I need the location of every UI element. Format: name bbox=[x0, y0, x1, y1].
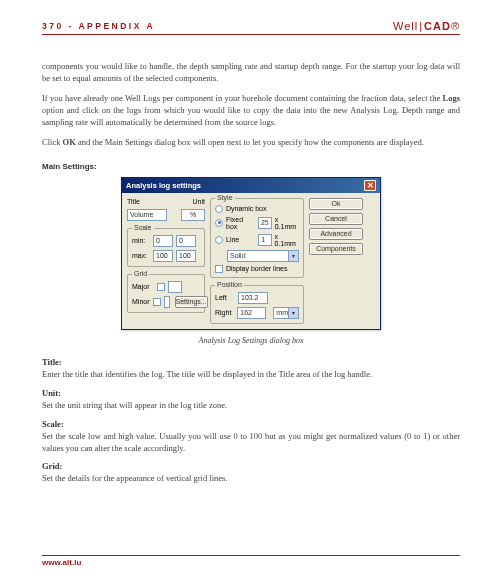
line-radio[interactable] bbox=[215, 236, 223, 244]
paragraph-3: Click OK and the Main Settings dialog bo… bbox=[42, 136, 460, 148]
display-border-checkbox[interactable] bbox=[215, 265, 223, 273]
line-input[interactable]: 1 bbox=[258, 234, 271, 246]
position-group: Position Left 103.2 Right 162 mm▾ bbox=[210, 285, 304, 324]
def-grid-body: Set the details for the appearance of ve… bbox=[42, 473, 460, 485]
unit-input[interactable]: % bbox=[181, 209, 205, 221]
fixed-radio[interactable] bbox=[215, 219, 223, 227]
def-grid-heading: Grid: bbox=[42, 461, 460, 471]
line-style-dropdown[interactable]: Solid▾ bbox=[227, 250, 299, 262]
style-group: Style Dynamic box Fixed box 25 x 0.1mm L… bbox=[210, 198, 304, 278]
max-input-1[interactable]: 100 bbox=[153, 250, 173, 262]
settings-button[interactable]: Settings... bbox=[175, 296, 208, 308]
dialog-container: Analysis log settings ✕ Title Unit Volum… bbox=[42, 177, 460, 330]
minor-input[interactable] bbox=[164, 296, 170, 308]
dialog-title: Analysis log settings bbox=[126, 181, 201, 190]
def-scale-heading: Scale: bbox=[42, 419, 460, 429]
components-button[interactable]: Components bbox=[309, 243, 363, 255]
page-header: 370 - APPENDIX A Well|CAD® bbox=[42, 20, 460, 35]
scale-group: Scale min: 0 0 max: 100 100 bbox=[127, 228, 205, 267]
main-settings-label: Main Settings: bbox=[42, 162, 460, 171]
footer-url: www.alt.lu bbox=[42, 555, 460, 567]
def-scale-body: Set the scale low and high value. Usuall… bbox=[42, 431, 460, 455]
min-input-1[interactable]: 0 bbox=[153, 235, 173, 247]
def-title-body: Enter the title that identifies the log.… bbox=[42, 369, 460, 381]
title-input[interactable]: Volume bbox=[127, 209, 167, 221]
minor-checkbox[interactable] bbox=[153, 298, 161, 306]
unit-dropdown[interactable]: mm▾ bbox=[273, 307, 299, 319]
page-number: 370 - APPENDIX A bbox=[42, 21, 155, 31]
analysis-log-settings-dialog: Analysis log settings ✕ Title Unit Volum… bbox=[121, 177, 381, 330]
title-label: Title bbox=[127, 198, 147, 205]
cancel-button[interactable]: Cancel bbox=[309, 213, 363, 225]
left-input[interactable]: 103.2 bbox=[238, 292, 268, 304]
paragraph-2: If you have already one Well Logs per co… bbox=[42, 92, 460, 129]
grid-group: Grid Major Minor Settings... bbox=[127, 274, 205, 313]
advanced-button[interactable]: Advanced bbox=[309, 228, 363, 240]
def-unit-body: Set the unit string that will appear in … bbox=[42, 400, 460, 412]
major-checkbox[interactable] bbox=[157, 283, 165, 291]
major-input[interactable] bbox=[168, 281, 182, 293]
dialog-titlebar: Analysis log settings ✕ bbox=[122, 178, 380, 193]
def-unit-heading: Unit: bbox=[42, 388, 460, 398]
chevron-down-icon: ▾ bbox=[288, 308, 298, 318]
right-input[interactable]: 162 bbox=[237, 307, 266, 319]
close-icon[interactable]: ✕ bbox=[364, 180, 376, 191]
dynamic-radio[interactable] bbox=[215, 205, 223, 213]
min-input-2[interactable]: 0 bbox=[176, 235, 196, 247]
max-input-2[interactable]: 100 bbox=[176, 250, 196, 262]
paragraph-1: components you would like to handle, the… bbox=[42, 60, 460, 85]
ok-button[interactable]: Ok bbox=[309, 198, 363, 210]
fixed-input[interactable]: 25 bbox=[258, 217, 272, 229]
brand-logo: Well|CAD® bbox=[393, 20, 460, 32]
dialog-caption: Analysis Log Settings dialog box bbox=[42, 336, 460, 345]
chevron-down-icon: ▾ bbox=[288, 251, 298, 261]
def-title-heading: Title: bbox=[42, 357, 460, 367]
unit-label: Unit bbox=[193, 198, 205, 205]
